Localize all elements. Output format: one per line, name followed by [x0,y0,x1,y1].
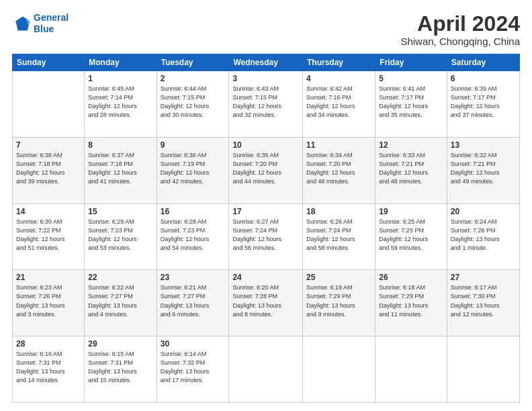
day-number: 3 [232,74,299,83]
calendar-week-row: 28Sunrise: 6:16 AM Sunset: 7:31 PM Dayli… [13,336,520,403]
calendar-cell: 28Sunrise: 6:16 AM Sunset: 7:31 PM Dayli… [13,336,85,403]
calendar-cell: 2Sunrise: 6:44 AM Sunset: 7:15 PM Daylig… [157,71,229,138]
cell-daylight-info: Sunrise: 6:33 AM Sunset: 7:21 PM Dayligh… [379,151,443,186]
day-number: 22 [88,273,152,282]
cell-daylight-info: Sunrise: 6:15 AM Sunset: 7:31 PM Dayligh… [88,350,152,385]
day-number: 20 [451,207,516,216]
day-number: 16 [161,207,226,216]
calendar-cell [303,336,375,403]
day-number: 9 [161,140,226,150]
cell-daylight-info: Sunrise: 6:16 AM Sunset: 7:31 PM Dayligh… [16,350,81,385]
day-number: 2 [161,74,226,83]
day-number: 19 [379,207,443,216]
cell-daylight-info: Sunrise: 6:45 AM Sunset: 7:14 PM Dayligh… [88,85,152,120]
calendar-header-tuesday: Tuesday [157,54,229,71]
calendar-header-monday: Monday [85,54,157,71]
cell-daylight-info: Sunrise: 6:37 AM Sunset: 7:18 PM Dayligh… [88,151,152,186]
calendar-week-row: 7Sunrise: 6:38 AM Sunset: 7:18 PM Daylig… [13,137,520,203]
cell-daylight-info: Sunrise: 6:36 AM Sunset: 7:19 PM Dayligh… [161,151,226,186]
calendar-cell: 17Sunrise: 6:27 AM Sunset: 7:24 PM Dayli… [229,203,303,270]
cell-daylight-info: Sunrise: 6:24 AM Sunset: 7:26 PM Dayligh… [451,218,516,253]
calendar-cell: 16Sunrise: 6:28 AM Sunset: 7:23 PM Dayli… [157,203,229,270]
cell-daylight-info: Sunrise: 6:25 AM Sunset: 7:25 PM Dayligh… [379,218,443,253]
main-title: April 2024 [400,12,520,36]
day-number: 25 [306,273,371,282]
day-number: 13 [451,140,516,150]
day-number: 23 [161,273,226,282]
calendar-cell: 6Sunrise: 6:39 AM Sunset: 7:17 PM Daylig… [447,71,519,138]
cell-daylight-info: Sunrise: 6:23 AM Sunset: 7:26 PM Dayligh… [16,283,81,318]
calendar-cell [375,336,447,403]
calendar-cell: 9Sunrise: 6:36 AM Sunset: 7:19 PM Daylig… [157,137,229,203]
day-number: 27 [451,273,516,282]
calendar-cell [13,71,85,138]
calendar-cell: 11Sunrise: 6:34 AM Sunset: 7:20 PM Dayli… [303,137,375,203]
calendar-header-friday: Friday [375,54,447,71]
calendar-week-row: 14Sunrise: 6:30 AM Sunset: 7:22 PM Dayli… [13,203,520,270]
calendar-cell: 30Sunrise: 6:14 AM Sunset: 7:32 PM Dayli… [157,336,229,403]
cell-daylight-info: Sunrise: 6:43 AM Sunset: 7:15 PM Dayligh… [232,85,299,120]
day-number: 18 [306,207,371,216]
logo-line2: Blue [34,24,54,34]
cell-daylight-info: Sunrise: 6:29 AM Sunset: 7:23 PM Dayligh… [88,218,152,253]
calendar-cell: 24Sunrise: 6:20 AM Sunset: 7:28 PM Dayli… [229,270,303,336]
calendar-cell: 25Sunrise: 6:19 AM Sunset: 7:29 PM Dayli… [303,270,375,336]
calendar-cell: 1Sunrise: 6:45 AM Sunset: 7:14 PM Daylig… [85,71,157,138]
cell-daylight-info: Sunrise: 6:14 AM Sunset: 7:32 PM Dayligh… [161,350,226,385]
cell-daylight-info: Sunrise: 6:39 AM Sunset: 7:17 PM Dayligh… [451,85,516,120]
cell-daylight-info: Sunrise: 6:19 AM Sunset: 7:29 PM Dayligh… [306,283,371,318]
calendar-cell: 21Sunrise: 6:23 AM Sunset: 7:26 PM Dayli… [13,270,85,336]
day-number: 14 [16,207,81,216]
logo-icon [12,14,31,33]
day-number: 12 [379,140,443,150]
cell-daylight-info: Sunrise: 6:32 AM Sunset: 7:21 PM Dayligh… [451,151,516,186]
calendar-cell: 4Sunrise: 6:42 AM Sunset: 7:16 PM Daylig… [303,71,375,138]
logo-line1: General [34,12,69,23]
calendar-cell: 23Sunrise: 6:21 AM Sunset: 7:27 PM Dayli… [157,270,229,336]
subtitle: Shiwan, Chongqing, China [400,36,520,47]
calendar-header-sunday: Sunday [13,54,85,71]
day-number: 15 [88,207,152,216]
calendar-cell: 3Sunrise: 6:43 AM Sunset: 7:15 PM Daylig… [229,71,303,138]
day-number: 7 [16,140,81,150]
cell-daylight-info: Sunrise: 6:38 AM Sunset: 7:18 PM Dayligh… [16,151,81,186]
calendar-cell: 26Sunrise: 6:18 AM Sunset: 7:29 PM Dayli… [375,270,447,336]
cell-daylight-info: Sunrise: 6:42 AM Sunset: 7:16 PM Dayligh… [306,85,371,120]
day-number: 26 [379,273,443,282]
day-number: 6 [451,74,516,83]
day-number: 1 [88,74,152,83]
day-number: 10 [232,140,299,150]
day-number: 30 [161,339,226,349]
calendar-cell [229,336,303,403]
day-number: 8 [88,140,152,150]
logo-text: General Blue [34,12,69,35]
day-number: 21 [16,273,81,282]
calendar-cell: 18Sunrise: 6:26 AM Sunset: 7:24 PM Dayli… [303,203,375,270]
calendar-cell: 8Sunrise: 6:37 AM Sunset: 7:18 PM Daylig… [85,137,157,203]
cell-daylight-info: Sunrise: 6:41 AM Sunset: 7:17 PM Dayligh… [379,85,443,120]
cell-daylight-info: Sunrise: 6:20 AM Sunset: 7:28 PM Dayligh… [232,283,299,318]
calendar-cell: 20Sunrise: 6:24 AM Sunset: 7:26 PM Dayli… [447,203,519,270]
cell-daylight-info: Sunrise: 6:18 AM Sunset: 7:29 PM Dayligh… [379,283,443,318]
calendar-header-wednesday: Wednesday [229,54,303,71]
calendar-table: SundayMondayTuesdayWednesdayThursdayFrid… [12,54,520,403]
cell-daylight-info: Sunrise: 6:30 AM Sunset: 7:22 PM Dayligh… [16,218,81,253]
cell-daylight-info: Sunrise: 6:21 AM Sunset: 7:27 PM Dayligh… [161,283,226,318]
day-number: 29 [88,339,152,349]
calendar-week-row: 21Sunrise: 6:23 AM Sunset: 7:26 PM Dayli… [13,270,520,336]
day-number: 11 [306,140,371,150]
cell-daylight-info: Sunrise: 6:22 AM Sunset: 7:27 PM Dayligh… [88,283,152,318]
calendar-cell: 15Sunrise: 6:29 AM Sunset: 7:23 PM Dayli… [85,203,157,270]
calendar-cell: 14Sunrise: 6:30 AM Sunset: 7:22 PM Dayli… [13,203,85,270]
calendar-cell: 22Sunrise: 6:22 AM Sunset: 7:27 PM Dayli… [85,270,157,336]
day-number: 24 [232,273,299,282]
header: General Blue April 2024 Shiwan, Chongqin… [12,12,520,47]
day-number: 4 [306,74,371,83]
calendar-cell: 19Sunrise: 6:25 AM Sunset: 7:25 PM Dayli… [375,203,447,270]
calendar-week-row: 1Sunrise: 6:45 AM Sunset: 7:14 PM Daylig… [13,71,520,138]
logo: General Blue [12,12,69,35]
title-block: April 2024 Shiwan, Chongqing, China [400,12,520,47]
calendar-cell: 27Sunrise: 6:17 AM Sunset: 7:30 PM Dayli… [447,270,519,336]
cell-daylight-info: Sunrise: 6:35 AM Sunset: 7:20 PM Dayligh… [232,151,299,186]
page: General Blue April 2024 Shiwan, Chongqin… [0,0,532,411]
